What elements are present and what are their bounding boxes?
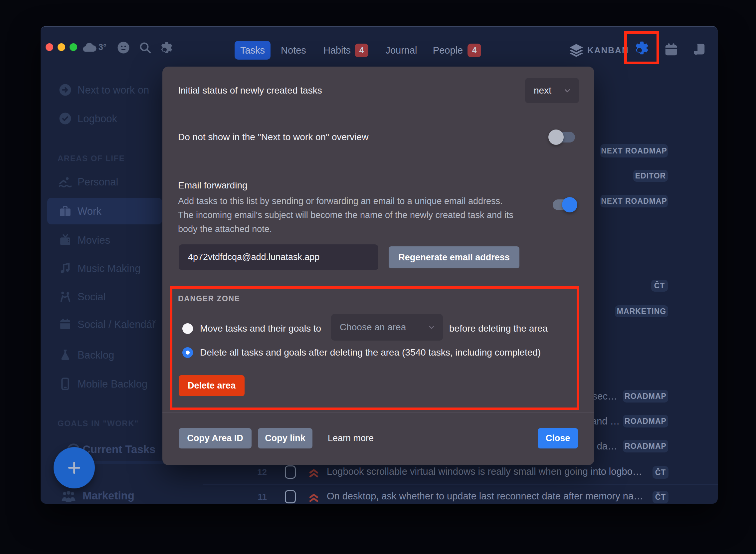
delete-all-radio[interactable] [182,347,193,358]
sidebar-item-personal[interactable]: Personal [77,175,118,189]
sidebar-item-work-label[interactable]: Work [77,204,102,219]
briefcase-icon [58,204,72,218]
check-circle-icon [58,112,72,125]
task-checkbox[interactable] [285,490,296,503]
sidebar-goal-current-tasks[interactable]: Current Tasks [82,441,155,457]
roadmap-badge: ROADMAP [623,390,668,402]
email-address-field[interactable] [179,244,378,270]
next-overview-toggle-label: Do not show in the "Next to work on" ove… [178,132,368,143]
plus-icon [66,459,83,477]
search-icon[interactable] [138,41,152,54]
tab-journal[interactable]: Journal [383,41,420,60]
settings-icon[interactable] [160,41,174,55]
traffic-light-zoom[interactable] [70,43,77,51]
habits-count-badge: 4 [355,44,368,57]
dancers-icon [58,290,72,303]
chevron-down-icon [428,323,436,331]
initial-status-value: next [534,85,551,96]
learn-more-link[interactable]: Learn more [328,433,374,443]
initial-status-label: Initial status of newly created tasks [178,85,322,96]
scroll-icon[interactable] [691,42,707,57]
choose-area-select[interactable]: Choose an area [331,314,443,341]
app-window: 3° Tasks Notes Habits 4 Journal People 4… [41,26,718,504]
weather-temp: 3° [99,42,107,52]
task-title: Logbook scrollable virtual windows is re… [327,466,642,477]
task-checkbox[interactable] [285,465,296,479]
copy-link-button[interactable]: Copy link [258,428,312,448]
task-number: 11 [254,492,267,502]
clipped-task-text: and … [591,416,617,427]
choose-area-placeholder: Choose an area [340,322,406,333]
sidebar-item-music-making[interactable]: Music Making [77,261,141,276]
regenerate-email-button[interactable]: Regenerate email address [389,246,519,268]
delete-all-label: Delete all tasks and goals after deletin… [200,347,541,358]
arrow-circle-icon [58,83,72,97]
tab-notes[interactable]: Notes [277,41,309,60]
flask-icon [58,348,72,362]
traffic-light-close[interactable] [46,43,53,51]
tv-icon [58,233,72,247]
delete-area-button[interactable]: Delete area [179,375,245,396]
modal-footer-divider [163,412,594,413]
tab-habits[interactable]: Habits [319,41,355,60]
music-note-icon [58,261,72,275]
calendar-small-icon [58,317,72,331]
status-badge: EDITOR [633,170,668,182]
move-tasks-label-suffix: before deleting the area [449,323,548,334]
people-count-badge: 4 [467,44,481,57]
sidebar-item-mobile-backlog[interactable]: Mobile Backlog [77,377,147,392]
move-tasks-radio[interactable] [182,323,193,334]
clipped-task-text: t da… [591,441,617,452]
close-button[interactable]: Close [538,428,578,448]
copy-area-id-button[interactable]: Copy Area ID [179,428,252,448]
chevron-down-icon [563,86,572,95]
priority-high-icon [307,489,321,503]
move-tasks-label-prefix: Move tasks and their goals to [200,323,321,334]
sidebar-item-backlog[interactable]: Backlog [77,348,114,363]
initial-status-select[interactable]: next [525,78,579,103]
calendar-icon[interactable] [664,42,679,57]
clipped-task-text: sec… [591,391,617,402]
sidebar-goal-marketing[interactable]: Marketing [82,488,134,504]
smartphone-icon [58,377,72,391]
weather-cloud-icon [82,40,97,55]
mood-icon[interactable] [117,41,130,55]
add-task-fab[interactable] [54,447,95,488]
tab-people[interactable]: People [430,41,466,60]
sidebar-item-social[interactable]: Social [77,290,106,304]
tag-badge: ČT [652,466,669,479]
people-group-icon [60,488,77,504]
swimmer-icon [58,175,72,189]
task-title: On desktop, ask whether to update last r… [327,491,643,502]
tag-badge: ČT [651,280,668,292]
traffic-light-minimize[interactable] [58,43,65,51]
sidebar-section-areas: AREAS OF LIFE [58,154,125,163]
email-forwarding-description: Add tasks to this list by sending or for… [178,194,514,236]
view-switcher-label[interactable]: KANBAN [587,41,629,60]
tag-badge: MARKETING [615,305,668,317]
status-badge: NEXT ROADMAP [600,195,668,208]
kanban-layers-icon[interactable] [568,42,584,58]
sidebar-item-movies[interactable]: Movies [77,233,110,248]
area-settings-gear-icon[interactable] [634,40,650,56]
task-number: 12 [254,467,267,478]
roadmap-badge: ROADMAP [623,415,668,428]
status-badge: NEXT ROADMAP [600,144,668,158]
tag-badge: ČT [652,491,669,503]
email-forwarding-title: Email forwarding [178,180,248,191]
tab-tasks[interactable]: Tasks [235,41,270,60]
area-settings-modal: Initial status of newly created tasks ne… [163,67,594,465]
sidebar-section-goals: GOALS IN "WORK" [58,419,139,428]
sidebar-item-logbook[interactable]: Logbook [77,112,117,126]
roadmap-badge: ROADMAP [623,440,668,452]
sidebar-item-social-kalendar[interactable]: Social / Kalendář [77,317,155,332]
sidebar-item-next-to-work-on[interactable]: Next to work on [77,83,149,98]
danger-zone-title: DANGER ZONE [178,294,240,303]
priority-high-icon [307,465,321,479]
